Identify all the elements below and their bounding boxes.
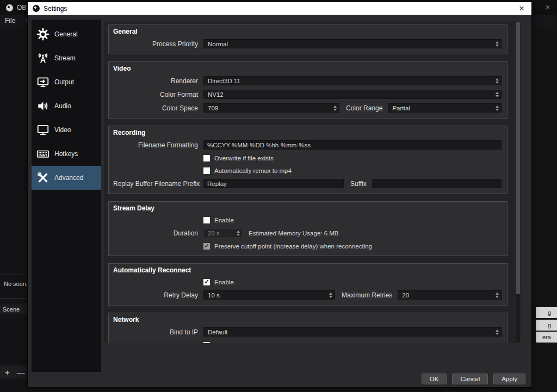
retry-delay-value: 10 s <box>208 292 220 298</box>
color-space-select[interactable]: 709 <box>203 103 339 113</box>
dock-divider <box>0 275 27 275</box>
apply-button[interactable]: Apply <box>493 374 525 384</box>
replay-prefix-row: Replay Buffer Filename Prefix Suffix <box>113 179 502 188</box>
stream-delay-enable-checkbox[interactable] <box>203 217 210 223</box>
duration-spinbox[interactable]: 20 s <box>203 228 243 238</box>
duration-label: Duration <box>113 229 203 237</box>
scrollbar-handle[interactable] <box>516 22 520 294</box>
max-retries-value: 20 <box>402 292 409 298</box>
max-retries-label: Maximum Retries <box>335 291 398 299</box>
section-title-stream-delay: Stream Delay <box>113 204 502 212</box>
settings-sidebar: General Stream Output Audio Video <box>32 20 101 372</box>
background-list-item[interactable]: era <box>536 332 557 343</box>
retry-delay-spinbox[interactable]: 10 s <box>203 290 335 300</box>
sidebar-item-advanced[interactable]: Advanced <box>32 166 101 190</box>
obs-logo-icon <box>33 5 40 12</box>
keyboard-icon <box>36 147 49 160</box>
settings-scroll-area: General Process Priority Normal Video Re… <box>104 21 521 343</box>
ok-button[interactable]: OK <box>422 374 447 384</box>
auto-reconnect-enable-label: Enable <box>214 279 234 285</box>
auto-reconnect-enable-checkbox[interactable] <box>203 279 210 285</box>
dynamic-bitrate-label: Dynamically change bitrate to manage con… <box>214 342 372 344</box>
section-title-general: General <box>113 28 502 35</box>
sidebar-item-video[interactable]: Video <box>32 118 101 142</box>
color-range-value: Partial <box>392 105 410 111</box>
preserve-cutoff-row: Preserve cutoff point (increase delay) w… <box>113 242 502 250</box>
color-space-value: 709 <box>208 105 218 111</box>
bind-ip-select[interactable]: Default <box>203 327 502 337</box>
suffix-input[interactable] <box>372 179 502 188</box>
section-network: Network Bind to IP Default Dynamically c… <box>108 313 508 343</box>
spinner-arrows-icon <box>493 105 499 111</box>
background-list-item[interactable]: g <box>536 320 557 331</box>
color-format-row: Color Format NV12 <box>113 90 502 99</box>
filename-formatting-input[interactable] <box>203 140 502 150</box>
sidebar-item-stream[interactable]: Stream <box>32 46 101 70</box>
section-title-video: Video <box>113 65 502 72</box>
cancel-button[interactable]: Cancel <box>452 374 488 384</box>
antenna-icon <box>36 52 49 65</box>
settings-dialog: Settings ✕ General Stream Output Au <box>27 2 532 388</box>
suffix-label: Suffix <box>344 180 372 188</box>
renderer-select[interactable]: Direct3D 11 <box>203 76 502 85</box>
dynamic-bitrate-checkbox[interactable] <box>203 342 210 344</box>
remux-checkbox[interactable] <box>203 167 210 174</box>
sidebar-item-label: Video <box>54 126 71 134</box>
color-range-select[interactable]: Partial <box>388 103 502 113</box>
replay-prefix-input[interactable] <box>203 179 344 188</box>
preserve-cutoff-checkbox[interactable] <box>203 243 210 250</box>
sidebar-item-label: Hotkeys <box>54 150 78 158</box>
scenes-dock-header: Scene <box>0 304 27 314</box>
process-priority-row: Process Priority Normal <box>113 39 502 48</box>
filename-formatting-label: Filename Formatting <box>113 141 203 149</box>
section-title-recording: Recording <box>113 129 502 136</box>
renderer-row: Renderer Direct3D 11 <box>113 76 502 85</box>
process-priority-value: Normal <box>208 41 228 47</box>
color-range-label: Color Range <box>339 104 388 112</box>
memory-usage-text: Estimated Memory Usage: 6 MB <box>249 230 339 237</box>
preserve-cutoff-label: Preserve cutoff point (increase delay) w… <box>214 243 372 250</box>
section-general: General Process Priority Normal <box>108 24 508 54</box>
overwrite-row: Overwrite if file exists <box>113 154 502 162</box>
output-monitor-arrow-icon <box>36 76 49 89</box>
background-close-icon[interactable]: × <box>546 3 550 11</box>
stream-delay-enable-label: Enable <box>214 217 234 223</box>
process-priority-label: Process Priority <box>113 40 203 48</box>
background-list-item[interactable]: g <box>536 307 557 318</box>
section-title-auto-reconnect: Automatically Reconnect <box>113 266 502 274</box>
dynamic-bitrate-row: Dynamically change bitrate to manage con… <box>113 341 502 343</box>
color-format-label: Color Format <box>113 91 203 98</box>
retry-delay-row: Retry Delay 10 s Maximum Retries 20 <box>113 290 502 300</box>
menu-file[interactable]: File <box>5 17 15 24</box>
process-priority-select[interactable]: Normal <box>203 39 502 48</box>
speaker-icon <box>36 99 49 113</box>
add-scene-button[interactable]: + <box>5 368 10 377</box>
spinner-arrows-icon <box>331 105 337 111</box>
dialog-close-button[interactable]: ✕ <box>512 2 531 15</box>
stream-delay-enable-row: Enable <box>113 216 502 224</box>
remove-scene-button[interactable]: — <box>17 368 25 377</box>
sidebar-item-output[interactable]: Output <box>32 70 101 94</box>
replay-prefix-label: Replay Buffer Filename Prefix <box>113 180 203 188</box>
renderer-label: Renderer <box>113 77 203 85</box>
max-retries-spinbox[interactable]: 20 <box>398 290 502 300</box>
overwrite-checkbox[interactable] <box>203 155 210 161</box>
color-format-select[interactable]: NV12 <box>203 90 502 99</box>
sidebar-item-general[interactable]: General <box>32 22 101 46</box>
remux-label: Automatically remux to mp4 <box>214 167 292 174</box>
spinner-arrows-icon <box>493 293 499 298</box>
spinner-arrows-icon <box>326 293 332 298</box>
sidebar-item-label: Stream <box>54 54 76 62</box>
section-title-network: Network <box>113 316 502 323</box>
dialog-titlebar[interactable]: Settings ✕ <box>28 2 531 15</box>
sidebar-item-hotkeys[interactable]: Hotkeys <box>32 142 101 166</box>
section-stream-delay: Stream Delay Enable Duration 20 s Estima… <box>108 201 508 256</box>
monitor-icon <box>36 123 49 136</box>
sidebar-item-label: General <box>54 30 78 38</box>
scenes-dock-toolbar: + — <box>0 365 27 378</box>
content-scrollbar[interactable] <box>516 22 520 342</box>
sidebar-item-audio[interactable]: Audio <box>32 94 101 118</box>
section-recording: Recording Filename Formatting Overwrite … <box>108 126 508 194</box>
sidebar-item-label: Advanced <box>54 174 83 182</box>
bind-ip-value: Default <box>208 329 227 335</box>
